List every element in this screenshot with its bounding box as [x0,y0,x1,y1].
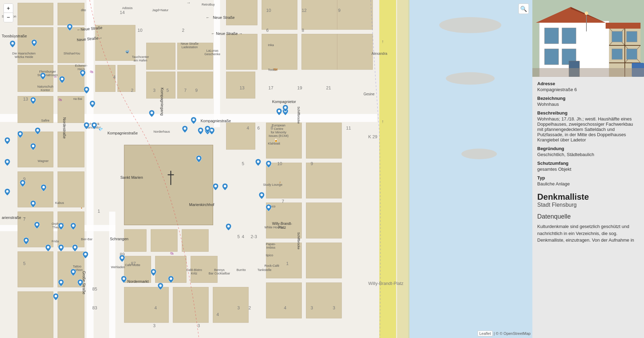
svg-point-175 [224,185,226,188]
map-pin-25[interactable] [53,293,59,300]
map-pin-54[interactable] [283,105,288,112]
svg-text:7: 7 [282,199,284,204]
svg-rect-43 [191,256,217,282]
svg-point-139 [22,182,24,184]
zoom-in-button[interactable]: + [4,4,13,13]
map-pin-27[interactable] [80,70,85,77]
svg-rect-66 [58,292,84,338]
map-pin-26[interactable] [59,76,65,83]
map-pin-50[interactable] [259,192,264,199]
map-pin-44[interactable] [196,155,202,162]
svg-point-181 [278,110,280,112]
map-pin-48[interactable] [255,159,261,166]
map-pin-14[interactable] [34,222,40,229]
svg-point-154 [55,295,57,297]
map-pin-5[interactable] [35,127,40,134]
shop-icon-3: 🛍 [59,98,62,102]
svg-point-70 [446,72,495,85]
svg-point-176 [227,225,230,228]
map-pin-13[interactable] [30,200,36,207]
map-pin-33[interactable] [121,276,127,283]
svg-text:12: 12 [302,8,307,13]
map-pin-16[interactable] [70,223,76,230]
svg-point-177 [257,161,260,163]
svg-point-153 [60,281,62,284]
svg-point-129 [69,25,71,28]
map-pin-21[interactable] [83,251,88,258]
svg-rect-205 [612,49,622,59]
svg-point-149 [74,246,76,249]
map-controls: + − [3,3,13,22]
map-pin-23[interactable] [77,279,83,286]
svg-text:3: 3 [197,323,200,328]
map-pin-31[interactable] [91,122,97,129]
map-pin-34[interactable] [149,110,155,117]
search-button[interactable]: 🔍 [518,3,529,14]
main-title: Denkmalliste [537,192,639,202]
svg-text:9: 9 [310,161,313,166]
svg-text:85: 85 [92,286,97,292]
map-pin-10[interactable] [20,180,25,187]
map-pin-11[interactable] [41,184,46,191]
map-pin-9[interactable] [5,159,10,166]
svg-point-69 [439,17,501,33]
field-address: Adresse Kompagniestraße 6 [537,81,639,92]
map-pin-39[interactable] [191,117,196,124]
field-beschreibung: Beschreibung Wohnhaus; 17./18. Jh.; west… [537,110,639,142]
map-pin-30[interactable] [84,122,89,129]
map-pin-1[interactable] [31,39,37,46]
map-pin-36[interactable] [158,283,163,290]
map-pin-8[interactable] [30,143,36,150]
field-bezeichnung: Bezeichnung Wohnhaus [537,96,639,107]
map-pin-7[interactable] [5,137,10,144]
typ-label: Typ [537,175,639,181]
panel-photo [532,0,644,77]
svg-rect-54 [306,243,342,278]
map-pin-0[interactable] [67,24,73,31]
map-pin-3[interactable] [40,73,46,80]
map-pin-35[interactable] [151,269,156,276]
svg-point-157 [85,88,88,91]
map-pin-38[interactable] [182,126,188,133]
svg-rect-26 [337,0,373,30]
map-pin-45[interactable] [213,183,218,190]
svg-rect-3 [397,0,410,338]
map-pin-40[interactable] [198,127,203,134]
map-pin-12[interactable] [5,189,10,196]
map-pin-19[interactable] [58,244,64,251]
svg-rect-24 [262,0,297,30]
svg-point-137 [32,145,35,147]
map-pin-29[interactable] [90,101,95,108]
map-pin-28[interactable] [84,87,89,94]
zoom-out-button[interactable]: − [4,13,13,22]
shop-icon-4: 💎 [98,127,103,131]
svg-rect-25 [302,0,337,30]
map-pin-52[interactable] [276,108,282,115]
map-pin-24[interactable] [58,279,64,286]
map-pin-20[interactable] [72,244,78,251]
map-pin-51[interactable] [266,204,271,211]
svg-point-178 [268,162,270,165]
map-pin-6[interactable] [17,131,23,138]
map-pin-15[interactable] [58,223,64,230]
svg-text:4: 4 [155,305,157,310]
map-pin-32[interactable] [119,255,125,262]
map-pin-22[interactable] [70,269,76,276]
svg-rect-35 [147,72,175,98]
map-pin-2[interactable] [10,41,15,47]
map-pin-43[interactable] [205,126,210,133]
map-pin-49[interactable] [266,161,271,168]
map-pin-17[interactable] [23,237,29,244]
svg-text:4: 4 [284,305,286,310]
svg-point-151 [72,271,75,273]
map-pin-4[interactable] [30,97,36,104]
svg-rect-63 [18,252,53,287]
address-value: Kompagniestraße 6 [537,87,639,92]
svg-point-145 [72,225,75,227]
map-pin-47[interactable] [226,223,231,230]
svg-text:9: 9 [195,88,198,93]
svg-text:3: 3 [153,323,156,328]
map-pin-18[interactable] [45,244,51,251]
map-pin-46[interactable] [222,183,228,190]
map-pin-37[interactable] [168,276,174,283]
